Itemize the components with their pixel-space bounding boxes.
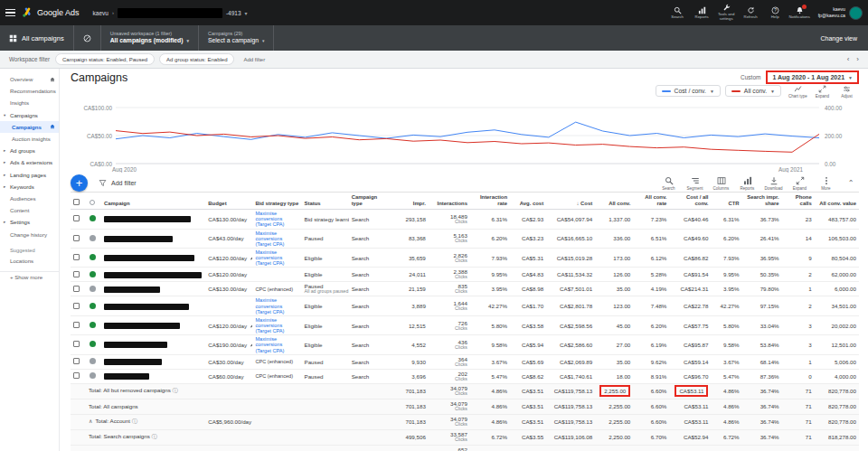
budget-cell[interactable]: CA$130.00/day [205,210,252,229]
info-icon[interactable]: ⓘ [173,388,178,393]
workspace-add-filter-button[interactable]: Add filter [240,57,269,62]
account-selector[interactable]: kaevu › -4913 ▾ [93,8,248,18]
status-dot-eligible[interactable] [90,271,96,277]
sidebar-item-auction-insights[interactable]: Auction insights [0,133,59,145]
sidebar-item-landing-pages[interactable]: ▸Landing pages [0,169,59,181]
add-filter-button[interactable]: Add filter [111,180,137,186]
chart-expand-button[interactable]: Expand [810,85,835,99]
toolbar-expand-button[interactable]: Expand [787,176,813,191]
budget-cell[interactable]: CA$43.00/day [205,229,252,248]
info-icon[interactable]: ⓘ [151,434,156,439]
user-menu[interactable]: kaevu fp@kaevu.ca [818,6,863,20]
sidebar-item-campaigns[interactable]: ▾Campaigns [0,109,59,121]
status-dot-paused[interactable] [90,235,96,241]
menu-icon[interactable] [5,9,15,17]
sidebar-item-overview[interactable]: Overview [0,73,59,85]
toolbar-more-button[interactable]: More [813,176,839,191]
column-header-budget[interactable]: Budget [205,193,252,210]
new-campaign-button[interactable]: + [71,174,88,192]
info-icon[interactable]: ⓘ [132,418,137,424]
redacted-campaign-name[interactable] [104,359,162,365]
sidebar-item-settings[interactable]: ▸Settings [0,216,59,228]
chart-metric-2-dropdown[interactable]: All conv. ▼ [725,85,781,97]
budget-cell[interactable]: CA$130.00/day [205,282,252,296]
column-header-all-conv[interactable]: All conv. [595,193,633,210]
avatar[interactable] [849,6,863,20]
sidebar-item-show-more[interactable]: + Show more [0,271,59,283]
column-header-campaign[interactable]: Campaign [101,193,205,210]
bid-strategy-cell[interactable]: Maximise conversions (Target CPA) [252,210,301,229]
row-checkbox[interactable] [73,254,80,260]
redacted-campaign-name[interactable] [104,236,173,242]
column-header-all-conv-rate[interactable]: All conv. rate [633,193,669,210]
topbar-search-button[interactable]: Search [665,4,690,21]
budget-cell[interactable]: CA$30.00/day [205,354,252,369]
edit-pencil-icon[interactable] [250,342,252,347]
sidebar-item-campaigns[interactable]: Campaigns [0,121,59,133]
filter-chip[interactable]: Ad group status: Enabled [159,53,234,65]
status-dot-eligible[interactable] [90,254,96,260]
status-dot-paused[interactable] [90,358,96,364]
row-checkbox[interactable] [73,215,80,221]
budget-cell[interactable]: CA$120.00/day [205,315,252,334]
sidebar-item-ads-extensions[interactable]: ▸Ads & extensions [0,156,59,168]
bid-strategy-cell[interactable]: Maximise conversions (Target CPA) [252,249,301,268]
edit-pencil-icon[interactable] [250,323,252,328]
column-header-cost-all-conv[interactable]: Cost / all conv. [669,193,711,210]
change-view-button[interactable]: Change view [810,25,868,51]
budget-cell[interactable] [205,296,252,315]
redacted-campaign-name[interactable] [104,342,167,348]
budget-cell[interactable]: CA$120.00/day [205,249,252,268]
status-dot-eligible[interactable] [90,322,96,328]
redacted-campaign-name[interactable] [104,373,149,380]
column-header-interaction-rate[interactable]: Interaction rate [470,193,510,210]
column-header-status[interactable]: Status [302,193,349,210]
toolbar-reports-button[interactable]: Reports [734,176,760,191]
filter-chip[interactable]: Campaign status: Enabled, Paused [55,53,155,65]
row-checkbox[interactable] [73,341,80,347]
edit-pencil-icon[interactable] [250,255,252,260]
redacted-campaign-name[interactable] [104,216,191,222]
column-header-search-impr-share[interactable]: Search impr. share [742,193,782,210]
redacted-campaign-name[interactable] [104,287,160,293]
status-column-icon[interactable] [90,200,95,205]
row-checkbox[interactable] [73,303,80,309]
bid-strategy-cell[interactable]: Maximise conversions (Target CPA) [252,229,301,248]
status-dot-eligible[interactable] [90,215,96,221]
previous-arrow-button[interactable]: ‹ [847,56,850,63]
toolbar-search-button[interactable]: Search [656,176,682,191]
topbar-notifications-button[interactable]: Notifications [788,4,812,21]
sidebar-item-locations[interactable]: Locations [0,255,59,267]
topbar-tools-and-settings-button[interactable]: Tools and settings [714,4,739,21]
column-header-bid-strategy-type[interactable]: Bid strategy type [252,193,301,210]
column-header-ctr[interactable]: CTR [711,193,741,210]
row-checkbox[interactable] [73,372,80,379]
column-header-interactions[interactable]: Interactions [429,193,470,210]
bid-strategy-cell[interactable]: Maximise conversions (Target CPA) [252,315,301,334]
collapse-caret-icon[interactable]: ∧ [89,418,92,424]
row-checkbox[interactable] [73,271,80,277]
column-header-all-conv-value[interactable]: All conv. value [815,193,859,210]
column-header-campaign-type[interactable]: Campaign type [349,193,391,210]
column-header-cost[interactable]: ↓ Cost [546,193,595,210]
sidebar-item-insights[interactable]: Insights [0,97,59,108]
toolbar-download-button[interactable]: Download [760,176,787,191]
redacted-campaign-name[interactable] [104,323,180,329]
column-header-avg-cost[interactable]: Avg. cost [510,193,546,210]
row-checkbox[interactable] [73,286,80,292]
sidebar-item-change-history[interactable]: Change history [0,228,59,240]
campaign-picker[interactable]: Campaigns (29) Select a campaign ▾ [199,25,274,51]
topbar-reports-button[interactable]: Reports [690,4,714,21]
budget-cell[interactable]: CA$120.00/day [205,268,252,282]
toolbar-segment-button[interactable]: Segment [682,176,708,191]
topbar-help-button[interactable]: ? Help [763,4,788,21]
row-checkbox[interactable] [73,358,80,364]
workspace-status-button[interactable] [74,25,101,51]
bid-strategy-cell[interactable]: Maximise conversions (Target CPA) [252,335,301,354]
topbar-refresh-button[interactable]: Refresh [739,4,763,21]
sidebar-item-recommendations[interactable]: Recommendations [0,85,59,97]
row-checkbox[interactable] [73,235,80,241]
redacted-campaign-name[interactable] [104,304,189,310]
sidebar-item-ad-groups[interactable]: ▸Ad groups [0,145,59,156]
nav-all-campaigns[interactable]: All campaigns [0,25,74,51]
